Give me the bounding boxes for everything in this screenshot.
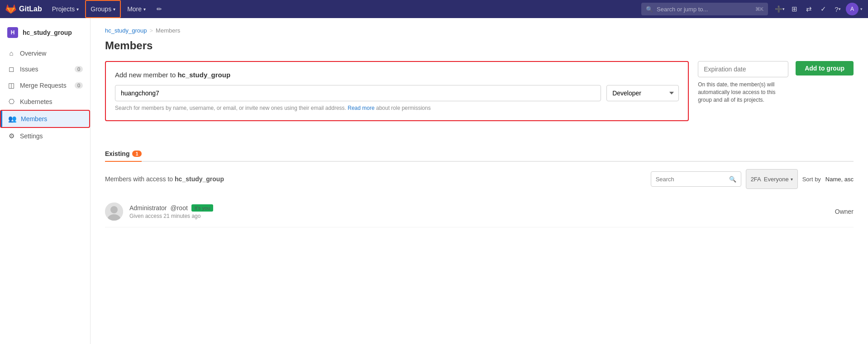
sidebar-group-header: H hc_study_group [0,24,90,45]
issues-badge: 0 [75,66,83,72]
merge-icon: ⇄ [806,5,812,13]
sidekiq-button[interactable]: ⊞ [788,3,801,15]
members-access-text: Members with access to hc_study_group [105,175,224,183]
members-search-icon: 🔍 [729,176,736,183]
global-search[interactable]: 🔍 ⌘K [641,3,768,15]
search-icon: 🔍 [646,6,653,13]
group-name: hc_study_group [23,29,72,36]
add-member-right: On this date, the member(s) will automat… [698,61,854,104]
more-label: More [127,5,142,13]
merge-icon-btn[interactable]: ⇄ [802,3,815,15]
kubernetes-icon: ⎔ [7,98,15,106]
gitlab-logo-icon [5,4,16,14]
sidebar-item-settings[interactable]: ⚙ Settings [0,128,90,144]
plus-icon: ➕ [775,5,782,13]
members-group-name: hc_study_group [175,175,224,183]
settings-icon: ⚙ [7,132,15,140]
member-display-name: Administrator [129,204,167,212]
read-more-suffix: about role permissions [376,105,431,111]
main-content: hc_study_group > Members Members Add new… [91,18,868,344]
sort-label: Sort by [802,176,821,183]
sidebar-item-merge-requests[interactable]: ◫ Merge Requests 0 [0,77,90,94]
brand-text: GitLab [19,5,42,13]
role-select[interactable]: Developer Guest Reporter Maintainer Owne… [606,85,679,101]
breadcrumb-group-link[interactable]: hc_study_group [105,27,147,34]
read-more-link[interactable]: Read more [348,105,376,111]
nav-pencil[interactable]: ✏ [152,0,167,18]
pencil-icon: ✏ [157,5,162,13]
everyone-dropdown[interactable]: Everyone ▾ [764,171,793,187]
add-member-prefix: Add new member to [115,71,176,79]
settings-label: Settings [20,132,43,140]
search-input[interactable] [657,6,752,13]
projects-label: Projects [52,5,75,13]
checkmark-button[interactable]: ✓ [817,3,830,15]
kubernetes-label: Kubernetes [20,98,52,105]
nav-icons-group: ➕ ▾ ⊞ ⇄ ✓ ? ▾ A ▾ [773,3,863,15]
add-member-inputs: Developer Guest Reporter Maintainer Owne… [115,85,679,101]
expiration-hint: On this date, the member(s) will automat… [698,81,788,104]
member-info: Administrator @root It's you Given acces… [129,204,829,219]
members-prefix: Members with access to [105,175,173,183]
help-button[interactable]: ? ▾ [831,3,844,15]
members-list: Administrator @root It's you Given acces… [105,196,854,227]
its-you-badge: It's you [191,204,214,212]
expiration-date-input[interactable] [698,61,788,77]
everyone-label: Everyone [764,176,789,183]
home-icon: ⌂ [7,49,15,57]
members-search[interactable]: 🔍 [651,171,741,187]
svg-point-1 [110,206,118,213]
avatar-chevron-icon: ▾ [860,7,863,11]
existing-section: Existing 1 Members with access to hc_stu… [105,146,854,227]
sidebar-item-kubernetes[interactable]: ⎔ Kubernetes [0,94,90,110]
members-icon: 👥 [8,115,16,123]
kbd-icon: ⌘K [755,6,763,12]
merge-requests-icon: ◫ [7,81,15,90]
groups-label: Groups [91,5,111,13]
issues-label: Issues [20,66,38,73]
sidebar-item-issues[interactable]: ◻ Issues 0 [0,61,90,77]
avatar-image [105,203,123,221]
avatar [105,203,123,221]
member-search-input[interactable] [115,85,601,101]
add-to-group-button[interactable]: Add to group [796,61,854,75]
more-chevron-icon: ▾ [143,7,146,12]
sidebar-item-overview[interactable]: ⌂ Overview [0,45,90,61]
plus-button[interactable]: ➕ ▾ [773,3,786,15]
checkmark-icon: ✓ [820,5,826,13]
twofa-label-text: 2FA [751,176,761,183]
twofa-filter[interactable]: 2FA Everyone ▾ [746,169,798,189]
projects-chevron-icon: ▾ [76,7,79,12]
members-search-input[interactable] [656,176,726,183]
groups-chevron-icon: ▾ [113,7,115,12]
sidebar-item-members[interactable]: 👥 Members [0,110,90,128]
add-member-title: Add new member to hc_study_group [115,71,679,79]
sidebar: H hc_study_group ⌂ Overview ◻ Issues 0 ◫… [0,18,91,344]
help-chevron-icon: ▾ [839,7,841,11]
help-icon: ? [835,5,838,13]
top-navbar: GitLab Projects ▾ Groups ▾ More ▾ ✏ 🔍 ⌘K… [0,0,868,18]
add-member-section: Add new member to hc_study_group Develop… [105,61,854,134]
nav-projects[interactable]: Projects ▾ [48,0,84,18]
nav-more[interactable]: More ▾ [123,0,150,18]
member-role: Owner [835,208,854,215]
add-member-box: Add new member to hc_study_group Develop… [105,61,689,121]
page-title: Members [105,39,854,52]
expiration-section: On this date, the member(s) will automat… [698,61,788,104]
nav-groups[interactable]: Groups ▾ [85,0,121,18]
merge-requests-badge: 0 [75,82,83,89]
tab-existing[interactable]: Existing 1 [105,146,142,162]
page-layout: H hc_study_group ⌂ Overview ◻ Issues 0 ◫… [0,18,868,344]
member-access-text: Given access 21 minutes ago [129,213,829,219]
issues-icon: ◻ [7,65,15,73]
brand[interactable]: GitLab [5,4,42,14]
group-initial: H [7,27,18,38]
table-row: Administrator @root It's you Given acces… [105,196,854,227]
add-member-group-name: hc_study_group [177,71,230,79]
sidekiq-icon: ⊞ [792,5,797,13]
member-name: Administrator @root It's you [129,204,829,212]
expiration-and-button: On this date, the member(s) will automat… [698,61,854,104]
existing-tabs: Existing 1 [105,146,854,162]
user-avatar[interactable]: A [846,3,858,15]
existing-tab-label: Existing [105,150,129,157]
